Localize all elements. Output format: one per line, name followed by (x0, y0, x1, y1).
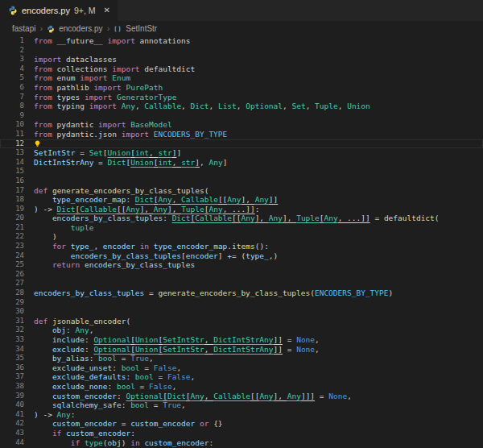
code-text: from collections import defaultdict (24, 64, 195, 74)
code-line[interactable]: 43 if custom_encoder: (0, 429, 483, 438)
line-number[interactable]: 11 (0, 130, 24, 139)
line-number[interactable]: 4 (0, 64, 24, 74)
code-line[interactable]: 35 by_alias: bool = True, (0, 354, 483, 363)
code-line[interactable]: 25 return encoders_by_class_tuples (0, 260, 483, 270)
line-number[interactable]: 42 (0, 419, 24, 429)
line-number[interactable]: 8 (0, 102, 24, 111)
line-number[interactable]: 9 (0, 111, 24, 121)
code-line[interactable]: 3import dataclasses (0, 55, 483, 64)
line-number[interactable]: 6 (0, 83, 24, 93)
line-number[interactable]: 20 (0, 214, 24, 223)
code-line[interactable]: 37 exclude_defaults: bool = False, (0, 372, 483, 382)
line-number[interactable]: 33 (0, 335, 24, 345)
code-line[interactable]: 34 exclude: Optional[Union[SetIntStr, Di… (0, 345, 483, 355)
code-line[interactable]: 38 exclude_none: bool = False, (0, 382, 483, 392)
code-line[interactable]: 19) -> Dict[Callable[[Any], Any], Tuple[… (0, 205, 483, 214)
line-number[interactable]: 29 (0, 298, 24, 308)
line-number[interactable]: 37 (0, 372, 24, 382)
line-number[interactable]: 15 (0, 167, 24, 176)
line-number[interactable]: 36 (0, 363, 24, 373)
code-line[interactable]: 17def generate_encoders_by_class_tuples( (0, 186, 483, 196)
code-line[interactable]: 44 if type(obj) in custom_encoder: (0, 438, 483, 448)
code-line[interactable]: 5from enum import Enum (0, 73, 483, 83)
code-line[interactable]: 33 include: Optional[Union[SetIntStr, Di… (0, 335, 483, 345)
line-number[interactable]: 31 (0, 317, 24, 326)
line-number[interactable]: 18 (0, 195, 24, 205)
code-line[interactable]: 23 for type_, encoder in type_encoder_ma… (0, 242, 483, 251)
line-number[interactable]: 21 (0, 223, 24, 233)
line-number[interactable]: 35 (0, 354, 24, 363)
line-number[interactable]: 1 (0, 36, 24, 46)
code-text: def generate_encoders_by_class_tuples( (24, 186, 208, 196)
editor[interactable]: 1from __future__ import annotations23imp… (0, 36, 483, 447)
close-icon[interactable]: ✕ (104, 6, 110, 15)
breadcrumb-item-symbol[interactable]: SetIntStr (126, 24, 157, 33)
breadcrumb-item-folder[interactable]: fastapi (12, 24, 35, 33)
code-line[interactable]: 1from __future__ import annotations (0, 36, 483, 46)
code-line[interactable]: 39 custom_encoder: Optional[Dict[Any, Ca… (0, 392, 483, 401)
code-line[interactable]: 29 (0, 298, 483, 308)
code-line[interactable]: 20 encoders_by_class_tuples: Dict[Callab… (0, 214, 483, 223)
code-line[interactable]: 36 exclude_unset: bool = False, (0, 363, 483, 373)
code-line[interactable]: 8from typing import Any, Callable, Dict,… (0, 102, 483, 111)
line-number[interactable]: 10 (0, 120, 24, 130)
line-number[interactable]: 43 (0, 429, 24, 438)
line-number[interactable]: 44 (0, 438, 24, 448)
code-text (24, 139, 43, 149)
line-number[interactable]: 17 (0, 186, 24, 196)
tab-encoders-py[interactable]: encoders.py 9+, M ✕ (0, 0, 118, 21)
code-line[interactable]: 24 encoders_by_class_tuples[encoder] += … (0, 251, 483, 261)
code-line[interactable]: 28encoders_by_class_tuples = generate_en… (0, 288, 483, 298)
line-number[interactable]: 40 (0, 400, 24, 410)
line-number[interactable]: 13 (0, 148, 24, 158)
code-line[interactable]: 31def jsonable_encoder( (0, 317, 483, 326)
line-number[interactable]: 22 (0, 232, 24, 242)
line-number[interactable]: 26 (0, 270, 24, 280)
line-number[interactable]: 38 (0, 382, 24, 392)
code-text: custom_encoder: Optional[Dict[Any, Calla… (24, 392, 352, 401)
line-number[interactable]: 12 (0, 139, 24, 149)
line-number[interactable]: 14 (0, 158, 24, 168)
code-line[interactable]: 41) -> Any: (0, 410, 483, 420)
line-number[interactable]: 34 (0, 345, 24, 355)
line-number[interactable]: 30 (0, 307, 24, 317)
code-line[interactable]: 7from types import GeneratorType (0, 93, 483, 102)
code-line[interactable]: 13SetIntStr = Set[Union[int, str]] (0, 148, 483, 158)
code-line[interactable]: 42 custom_encoder = custom_encoder or {} (0, 419, 483, 429)
code-line[interactable]: 2 (0, 46, 483, 56)
code-text (24, 176, 34, 186)
line-number[interactable]: 23 (0, 242, 24, 251)
line-number[interactable]: 28 (0, 288, 24, 298)
code-line[interactable]: 18 type_encoder_map: Dict[Any, Callable[… (0, 195, 483, 205)
code-line[interactable]: 9 (0, 111, 483, 121)
line-number[interactable]: 2 (0, 46, 24, 56)
code-line[interactable]: 15 (0, 167, 483, 176)
breadcrumb-item-file[interactable]: encoders.py (59, 24, 102, 33)
code-text: from typing import Any, Callable, Dict, … (24, 102, 370, 111)
line-number[interactable]: 5 (0, 73, 24, 83)
code-line[interactable]: 11from pydantic.json import ENCODERS_BY_… (0, 130, 483, 139)
code-line[interactable]: 40 sqlalchemy_safe: bool = True, (0, 400, 483, 410)
code-line[interactable]: 26 (0, 270, 483, 280)
code-line[interactable]: 6from pathlib import PurePath (0, 83, 483, 93)
line-number[interactable]: 3 (0, 55, 24, 64)
line-number[interactable]: 7 (0, 93, 24, 102)
line-number[interactable]: 32 (0, 326, 24, 335)
code-line[interactable]: 22 ) (0, 232, 483, 242)
code-line[interactable]: 12 (0, 139, 483, 149)
code-line[interactable]: 27 (0, 279, 483, 288)
code-line[interactable]: 32 obj: Any, (0, 326, 483, 335)
line-number[interactable]: 16 (0, 176, 24, 186)
code-line[interactable]: 16 (0, 176, 483, 186)
line-number[interactable]: 39 (0, 392, 24, 401)
line-number[interactable]: 41 (0, 410, 24, 420)
line-number[interactable]: 27 (0, 279, 24, 288)
code-line[interactable]: 21 tuple (0, 223, 483, 233)
code-line[interactable]: 14DictIntStrAny = Dict[Union[int, str], … (0, 158, 483, 168)
code-line[interactable]: 4from collections import defaultdict (0, 64, 483, 74)
line-number[interactable]: 24 (0, 251, 24, 261)
code-line[interactable]: 10from pydantic import BaseModel (0, 120, 483, 130)
line-number[interactable]: 25 (0, 260, 24, 270)
line-number[interactable]: 19 (0, 205, 24, 214)
code-line[interactable]: 30 (0, 307, 483, 317)
